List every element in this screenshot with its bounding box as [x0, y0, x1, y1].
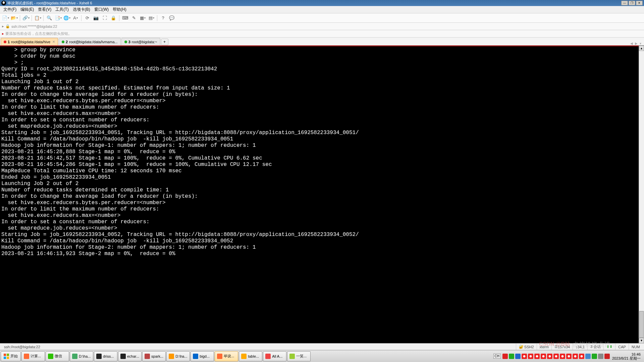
taskbar-item[interactable]: table...: [239, 351, 262, 361]
taskbar-item[interactable]: spark...: [142, 351, 166, 361]
session-tab-2[interactable]: 2 root@bigdata:/data/lvmama...: [59, 38, 121, 45]
tray-icon[interactable]: [502, 354, 508, 359]
clock-time: 16:46: [612, 352, 641, 356]
scroll-track[interactable]: [639, 51, 644, 338]
app-icon: [1, 1, 6, 5]
taskbar-app-icon: [241, 354, 247, 359]
minimize-button[interactable]: —: [621, 1, 628, 5]
tray-qq-icon[interactable]: [560, 354, 565, 359]
tray-qq-icon[interactable]: [553, 354, 559, 359]
tray-icon[interactable]: [598, 354, 603, 359]
taskbar-item-label: bigd...: [200, 354, 210, 358]
tab-next-button[interactable]: ▶: [634, 42, 638, 45]
menu-help[interactable]: 帮助(H): [111, 6, 128, 13]
taskbar-item-label: table...: [248, 354, 259, 358]
tray-qq-icon[interactable]: [547, 354, 552, 359]
vertical-scrollbar[interactable]: ▲ ▼: [639, 46, 644, 343]
menu-file[interactable]: 文件(F): [1, 6, 18, 13]
layout1-button[interactable]: ▦: [139, 14, 147, 22]
fullscreen-button[interactable]: ⛶: [101, 14, 109, 22]
address-arrow-icon[interactable]: ▸: [2, 24, 4, 28]
reconnect-button[interactable]: 🔗: [22, 14, 30, 22]
scroll-thumb[interactable]: [639, 311, 644, 338]
tray-qq-icon[interactable]: [566, 354, 572, 359]
tray-icon[interactable]: [515, 354, 521, 359]
scroll-up-button[interactable]: ▲: [639, 46, 644, 51]
tab-close-icon[interactable]: ✕: [52, 40, 55, 44]
address-bar[interactable]: ▸ 🔒 ssh://root:******@bigdata:22: [0, 23, 644, 30]
status-dot-icon: [4, 41, 6, 43]
taskbar-item-label: driss...: [103, 354, 114, 358]
taskbar-item-label: D:\ha...: [79, 354, 91, 358]
print-button[interactable]: 📑: [54, 14, 62, 22]
taskbar-item[interactable]: All A...: [263, 351, 286, 361]
tray-qq-icon[interactable]: [534, 354, 540, 359]
tray-icon[interactable]: [509, 354, 514, 359]
taskbar-item[interactable]: 计算...: [21, 351, 45, 361]
toolbar: 📄 📂 🔗 📋 🔍 📑 🌐 A ⟳ 📷 ⛶ 🔒 ⌨ ✎ ▦ ▤ ? 💬: [0, 13, 644, 23]
tab-label: root@bigdata:~: [132, 40, 157, 44]
layout2-button[interactable]: ▤: [147, 14, 155, 22]
tray-qq-icon[interactable]: [522, 354, 527, 359]
tray-icon[interactable]: [604, 354, 610, 359]
maximize-button[interactable]: ❐: [629, 1, 635, 5]
highlight-button[interactable]: ✎: [130, 14, 138, 22]
taskbar-clock[interactable]: 16:46 2023/8/21 星期一: [611, 352, 642, 360]
tray-qq-icon[interactable]: [573, 354, 578, 359]
help-button[interactable]: ?: [159, 14, 167, 22]
chat-button[interactable]: 💬: [168, 14, 176, 22]
taskbar-item-label: 毕设...: [224, 354, 234, 359]
taskbar-item[interactable]: D:\ha...: [166, 351, 190, 361]
scroll-down-button[interactable]: ▼: [639, 338, 644, 343]
font-button[interactable]: A: [71, 14, 79, 22]
taskbar-item[interactable]: driss...: [94, 351, 117, 361]
taskbar-item[interactable]: 微信: [46, 351, 69, 361]
tab-number: 2: [66, 40, 68, 44]
status-terminal-type: xterm: [537, 344, 552, 350]
terminal-output[interactable]: > group by province > order by num desc …: [0, 46, 644, 343]
tab-prev-button[interactable]: ◀: [630, 42, 634, 45]
tab-menu-button[interactable]: ▾: [639, 42, 642, 45]
copy-button[interactable]: 📋: [34, 14, 42, 22]
tab-number: 1: [8, 40, 10, 44]
tray-qq-icon[interactable]: [528, 354, 533, 359]
tray-icon[interactable]: [585, 354, 591, 359]
status-updown-icon: ⬆⬇: [603, 344, 615, 350]
tray-qq-icon[interactable]: [541, 354, 546, 359]
taskbar-item[interactable]: 一笑...: [287, 351, 311, 361]
menu-edit[interactable]: 编辑(E): [18, 6, 36, 13]
open-button[interactable]: 📂: [10, 14, 18, 22]
camera-button[interactable]: 📷: [92, 14, 100, 22]
taskbar-item[interactable]: 毕设...: [215, 351, 238, 361]
taskbar-item-label: echar...: [127, 354, 139, 358]
clock-date: 2023/8/21 星期一: [612, 356, 641, 360]
taskbar-item[interactable]: echar...: [118, 351, 142, 361]
lock-icon: 🔒: [5, 24, 10, 28]
session-tab-1[interactable]: 1 root@bigdata:/data/hive ✕: [1, 38, 58, 45]
taskbar-item[interactable]: D:\ha...: [70, 351, 93, 361]
status-cursor: ↕ 34,1: [573, 344, 587, 350]
taskbar-app-icon: [193, 354, 198, 359]
add-tab-button[interactable]: +: [161, 39, 168, 45]
tray-qq-icon[interactable]: [579, 354, 584, 359]
lock-button[interactable]: 🔒: [109, 14, 117, 22]
window-titlebar: 毕设测试虚拟机 - root@bigdata:/data/hive - Xshe…: [0, 0, 644, 6]
new-session-button[interactable]: 📄: [1, 14, 9, 22]
search-button[interactable]: 🔍: [45, 14, 53, 22]
flag-icon[interactable]: ▸: [2, 32, 4, 36]
language-indicator[interactable]: CH: [493, 354, 501, 359]
refresh-button[interactable]: ⟳: [83, 14, 91, 22]
session-tab-3[interactable]: 3 root@bigdata:~: [121, 38, 160, 45]
taskbar-item-label: 一笑...: [296, 354, 307, 359]
menu-view[interactable]: 查看(V): [36, 6, 53, 13]
start-button[interactable]: 开始: [1, 351, 21, 361]
keyboard-button[interactable]: ⌨: [121, 14, 129, 22]
menu-tab[interactable]: 选项卡(B): [71, 6, 92, 13]
menu-window[interactable]: 窗口(W): [92, 6, 111, 13]
session-tabs: 1 root@bigdata:/data/hive ✕ 2 root@bigda…: [0, 38, 644, 46]
globe-button[interactable]: 🌐: [63, 14, 71, 22]
menu-tools[interactable]: 工具(T): [53, 6, 70, 13]
taskbar-item[interactable]: bigd...: [191, 351, 214, 361]
close-button[interactable]: ✕: [636, 1, 643, 5]
tray-icon[interactable]: [592, 354, 597, 359]
